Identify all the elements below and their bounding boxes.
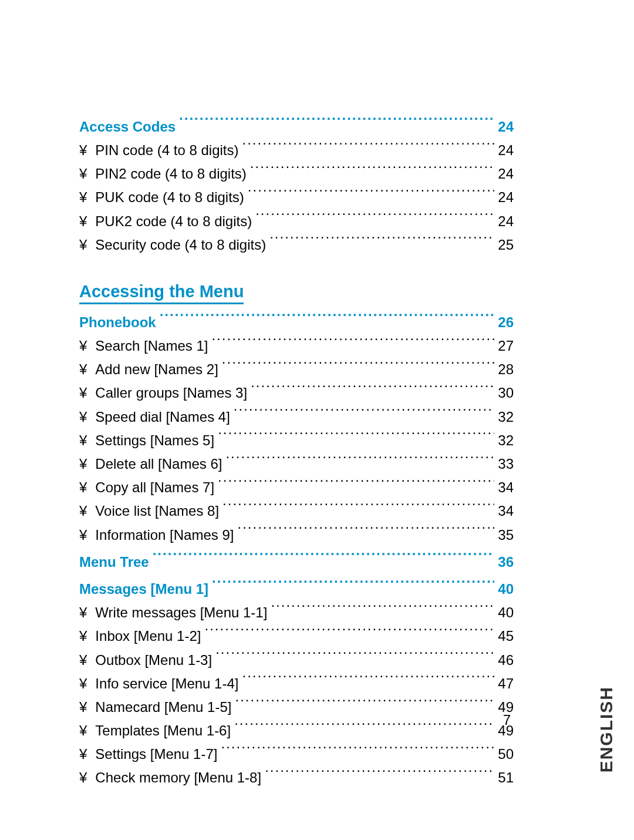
toc-item-label: Copy all [Names 7] xyxy=(95,476,214,499)
bullet-icon: ¥ xyxy=(79,476,87,499)
bullet-icon: ¥ xyxy=(79,743,87,765)
toc-item-label: Settings [Names 5] xyxy=(95,429,214,452)
toc-item-label: Inbox [Menu 1-2] xyxy=(95,625,201,647)
bullet-icon: ¥ xyxy=(79,210,87,233)
toc-heading-page: 40 xyxy=(498,578,514,600)
toc-section: Access Codes 24 ¥PIN code (4 to 8 digits… xyxy=(79,115,514,256)
toc-item-page: 24 xyxy=(498,139,514,162)
toc-item-line: ¥Info service [Menu 1-4]47 xyxy=(79,671,514,695)
toc-item-label: PIN code (4 to 8 digits) xyxy=(95,139,238,162)
chapter-title: Accessing the Menu xyxy=(79,282,244,304)
toc-item-line: ¥Write messages [Menu 1-1]40 xyxy=(79,600,514,624)
toc-heading-line: Access Codes 24 xyxy=(79,115,514,138)
bullet-icon: ¥ xyxy=(79,767,87,789)
toc-item-page: 24 xyxy=(498,210,514,233)
bullet-icon: ¥ xyxy=(79,234,87,256)
bullet-icon: ¥ xyxy=(79,186,87,209)
toc-leaders xyxy=(235,695,494,712)
toc-leaders xyxy=(160,310,495,327)
toc-item-page: 25 xyxy=(498,234,514,256)
toc-section: Menu Tree36 xyxy=(79,550,514,573)
toc-item-page: 32 xyxy=(498,429,514,452)
toc-heading-page: 26 xyxy=(498,311,514,334)
toc-leaders xyxy=(265,766,494,783)
toc-item-line: ¥PUK code (4 to 8 digits)24 xyxy=(79,186,514,209)
bullet-icon: ¥ xyxy=(79,139,87,162)
toc-item-page: 46 xyxy=(498,649,514,671)
toc-item-line: ¥Security code (4 to 8 digits)25 xyxy=(79,233,514,256)
toc-item-label: Information [Names 9] xyxy=(95,524,234,546)
toc-leaders xyxy=(234,718,494,735)
toc-item-line: ¥Copy all [Names 7]34 xyxy=(79,475,514,499)
toc-leaders xyxy=(251,381,494,398)
toc-item-label: Templates [Menu 1-6] xyxy=(95,720,231,742)
toc-item-label: Namecard [Menu 1-5] xyxy=(95,696,231,718)
toc-item-line: ¥Namecard [Menu 1-5]49 xyxy=(79,695,514,718)
toc-heading-page: 24 xyxy=(498,116,514,138)
toc-page: Access Codes 24 ¥PIN code (4 to 8 digits… xyxy=(79,115,514,793)
toc-item-label: PUK code (4 to 8 digits) xyxy=(95,186,244,209)
toc-item-page: 27 xyxy=(498,335,514,357)
toc-item-label: Search [Names 1] xyxy=(95,335,208,357)
toc-item-page: 24 xyxy=(498,186,514,209)
bullet-icon: ¥ xyxy=(79,335,87,357)
bullet-icon: ¥ xyxy=(79,453,87,475)
toc-item-line: ¥Delete all [Names 6]33 xyxy=(79,452,514,475)
toc-section: Messages [Menu 1]40¥Write messages [Menu… xyxy=(79,577,514,789)
toc-leaders xyxy=(242,138,494,155)
toc-leaders xyxy=(218,428,494,445)
toc-leaders xyxy=(222,358,495,375)
toc-item-line: ¥PUK2 code (4 to 8 digits)24 xyxy=(79,209,514,233)
toc-item-line: ¥Settings [Menu 1-7]50 xyxy=(79,742,514,766)
toc-item-page: 30 xyxy=(498,382,514,404)
toc-item-line: ¥Information [Names 9]35 xyxy=(79,523,514,546)
bullet-icon: ¥ xyxy=(79,382,87,404)
bullet-icon: ¥ xyxy=(79,696,87,718)
toc-item-label: Add new [Names 2] xyxy=(95,358,218,381)
toc-item-line: ¥Speed dial [Names 4]32 xyxy=(79,405,514,428)
toc-item-line: ¥PIN2 code (4 to 8 digits)24 xyxy=(79,162,514,185)
toc-section: Phonebook26¥Search [Names 1]27¥Add new [… xyxy=(79,310,514,546)
toc-leaders xyxy=(211,334,494,351)
toc-item-line: ¥Voice list [Names 8]34 xyxy=(79,499,514,523)
page-number: 7 xyxy=(503,712,511,728)
toc-item-label: Voice list [Names 8] xyxy=(95,500,219,522)
toc-leaders xyxy=(242,671,494,688)
toc-leaders xyxy=(218,475,494,492)
bullet-icon: ¥ xyxy=(79,429,87,452)
toc-item-page: 32 xyxy=(498,406,514,428)
toc-item-line: ¥Caller groups [Names 3]30 xyxy=(79,381,514,405)
toc-item-line: ¥Check memory [Menu 1-8]51 xyxy=(79,766,514,789)
toc-item-line: ¥PIN code (4 to 8 digits)24 xyxy=(79,138,514,162)
toc-leaders xyxy=(250,162,494,179)
toc-item-label: Caller groups [Names 3] xyxy=(95,382,247,404)
toc-item-page: 33 xyxy=(498,453,514,475)
bullet-icon: ¥ xyxy=(79,720,87,742)
toc-item-page: 50 xyxy=(498,743,514,765)
toc-item-line: ¥Settings [Names 5]32 xyxy=(79,428,514,452)
toc-item-page: 34 xyxy=(498,476,514,499)
toc-item-page: 45 xyxy=(498,625,514,647)
toc-item-line: ¥Templates [Menu 1-6]49 xyxy=(79,718,514,742)
bullet-icon: ¥ xyxy=(79,602,87,624)
toc-item-label: Write messages [Menu 1-1] xyxy=(95,602,267,624)
toc-leaders xyxy=(221,742,494,760)
toc-heading-page: 36 xyxy=(498,551,514,573)
toc-item-label: Outbox [Menu 1-3] xyxy=(95,649,212,671)
toc-leaders xyxy=(222,499,494,516)
toc-heading-label: Phonebook xyxy=(79,311,156,334)
toc-heading-label: Access Codes xyxy=(79,116,176,138)
toc-item-label: Speed dial [Names 4] xyxy=(95,406,230,428)
toc-item-page: 40 xyxy=(498,602,514,624)
bullet-icon: ¥ xyxy=(79,524,87,546)
toc-leaders xyxy=(234,405,494,422)
bullet-icon: ¥ xyxy=(79,500,87,522)
toc-item-line: ¥Outbox [Menu 1-3]46 xyxy=(79,648,514,671)
toc-leaders xyxy=(204,624,494,641)
toc-item-line: ¥Inbox [Menu 1-2]45 xyxy=(79,624,514,648)
bullet-icon: ¥ xyxy=(79,163,87,185)
toc-leaders xyxy=(248,186,494,203)
toc-item-page: 51 xyxy=(498,767,514,789)
language-sidebar: ENGLISH xyxy=(596,686,616,772)
toc-item-label: Info service [Menu 1-4] xyxy=(95,673,238,695)
